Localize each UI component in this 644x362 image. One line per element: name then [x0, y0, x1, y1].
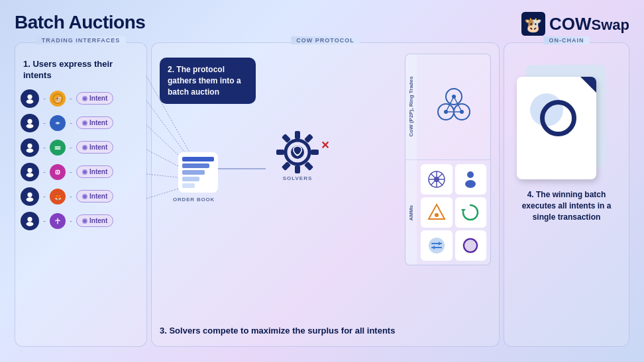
main-container: Batch Auctions 🐮 COWSwap TRADING INTERFA… [0, 0, 644, 362]
solvers-label: SOLVERS [283, 175, 313, 181]
user-row: - - Intent [21, 114, 141, 132]
intent-pill: Intent [76, 141, 113, 154]
svg-point-7 [27, 124, 34, 128]
avatar [21, 212, 39, 230]
avatar [21, 114, 39, 132]
logo: 🐮 COWSwap [521, 12, 629, 36]
doc-front [517, 77, 596, 179]
svg-point-9 [27, 143, 32, 148]
content-layout: TRADING INTERFACES 1. Users express thei… [15, 42, 629, 347]
x-mark: ✕ [321, 139, 329, 152]
cow-section: CoW (P2P), Ring Trades [405, 54, 490, 160]
intent-pill: Intent [76, 116, 113, 129]
avatar [21, 138, 39, 157]
amm-icon-3 [421, 197, 453, 228]
orderbook-label: ORDER BOOK [173, 197, 215, 203]
gear-icon [274, 129, 321, 175]
step4-text: 4. The winning batch executes all intent… [510, 189, 623, 222]
svg-marker-66 [461, 209, 466, 212]
trading-label: TRADING INTERFACES [36, 36, 126, 44]
user-row: - - Intent [21, 163, 141, 181]
svg-text:🐮: 🐮 [54, 95, 62, 103]
svg-line-58 [431, 173, 437, 179]
token-icon [50, 213, 66, 229]
onchain-section: ON-CHAIN 4. The winning batch executes [504, 42, 629, 347]
step3-text: 3. Solvers compete to maximize the surpl… [160, 325, 403, 337]
orderbook [178, 152, 218, 193]
intent-pill: Intent [76, 165, 113, 178]
cow-logo-icon: 🐮 [521, 12, 545, 36]
step2-box: 2. The protocol gathers them into a batc… [160, 58, 256, 104]
protocol-label: COW PROTOCOL [291, 36, 359, 44]
step2-text: 2. The protocol gathers them into a batc… [168, 65, 241, 97]
svg-rect-13 [55, 148, 61, 150]
amm-icon-4 [455, 197, 487, 228]
ob-row [182, 170, 205, 175]
svg-point-49 [452, 95, 456, 99]
svg-point-63 [465, 180, 476, 188]
token-icon [50, 164, 66, 180]
ob-row [182, 183, 195, 188]
step1-label: 1. Users express their intents [23, 59, 141, 81]
trading-section: TRADING INTERFACES 1. Users express thei… [15, 42, 147, 347]
svg-point-19 [27, 192, 32, 197]
doc-circle-main [540, 100, 576, 136]
svg-point-65 [435, 213, 439, 217]
svg-point-24 [27, 222, 34, 226]
svg-line-27 [146, 101, 189, 159]
ob-row [182, 157, 214, 161]
svg-rect-38 [276, 150, 284, 155]
svg-point-14 [27, 167, 32, 172]
user-row: - - Intent [21, 212, 141, 230]
svg-point-20 [27, 197, 34, 201]
svg-rect-12 [55, 146, 61, 148]
svg-point-3 [27, 99, 34, 103]
cow-label: CoW (P2P), Ring Trades [405, 54, 417, 159]
intent-pill: Intent [76, 92, 113, 105]
svg-line-60 [437, 173, 443, 179]
svg-point-10 [27, 148, 34, 152]
amm-icon-1 [421, 164, 453, 195]
user-row: - 🐮 - Intent [21, 89, 141, 108]
amm-icon-5 [421, 230, 453, 261]
document-visual [517, 65, 616, 184]
cow-icon-area [417, 54, 490, 159]
ob-row [182, 177, 199, 181]
svg-rect-37 [311, 150, 319, 155]
svg-point-67 [429, 238, 445, 253]
header: Batch Auctions 🐮 COWSwap [15, 12, 629, 36]
token-icon: 🦊 [50, 189, 66, 204]
solvers-area: SOLVERS [274, 129, 321, 181]
intent-pill: Intent [76, 190, 113, 203]
intent-pill: Intent [76, 214, 113, 227]
amm-icon-2 [455, 164, 487, 195]
protocol-section: COW PROTOCOL 2. The protocol gathers the… [151, 42, 500, 347]
ob-row [182, 163, 209, 168]
svg-point-15 [27, 173, 34, 177]
avatar [21, 187, 39, 206]
avatar [21, 89, 39, 108]
doc-circles [530, 90, 583, 143]
svg-point-34 [291, 146, 304, 159]
trade-types-container: CoW (P2P), Ring Trades [405, 54, 491, 265]
token-icon: 🐮 [50, 91, 66, 107]
cow-trade-icon [434, 87, 474, 126]
onchain-label: ON-CHAIN [544, 36, 590, 44]
svg-point-6 [27, 118, 32, 123]
svg-point-18 [57, 171, 59, 173]
amms-label: AMMs [405, 160, 417, 265]
svg-point-70 [462, 238, 478, 253]
svg-line-61 [431, 179, 437, 185]
avatar [21, 163, 39, 181]
token-icon [50, 115, 66, 131]
svg-point-2 [27, 94, 32, 99]
token-icon [50, 140, 66, 156]
logo-text: COWSwap [549, 14, 629, 34]
svg-point-51 [460, 110, 464, 114]
svg-rect-36 [295, 165, 300, 173]
amms-section: AMMs [405, 160, 490, 265]
svg-text:🐮: 🐮 [524, 16, 542, 34]
svg-point-62 [467, 171, 474, 178]
amms-icons-grid [417, 160, 490, 265]
page-title: Batch Auctions [15, 12, 145, 33]
